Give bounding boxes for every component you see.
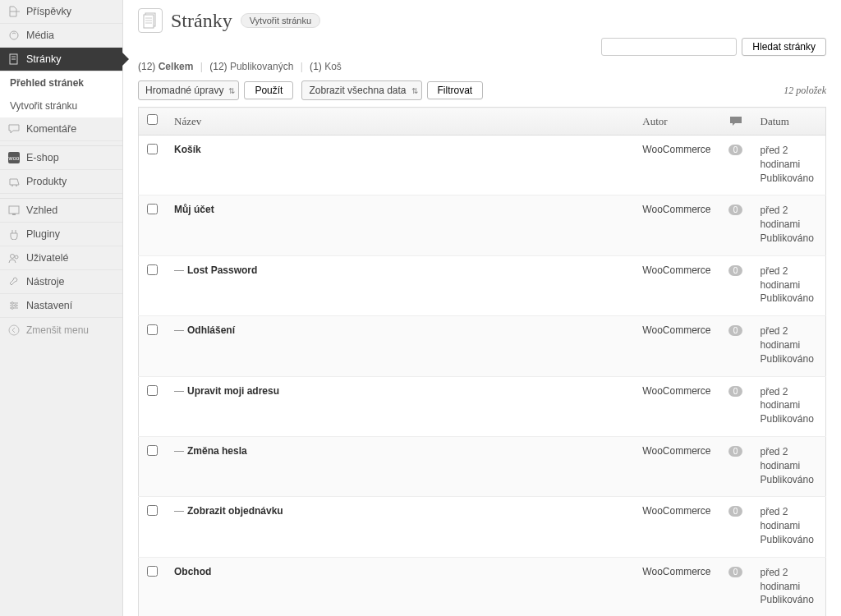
total-count: 12	[141, 61, 152, 72]
view-filters: (12) Celkem | (12) Publikovaných | (1) K…	[138, 61, 826, 72]
page-title: Stránky	[171, 10, 232, 32]
row-date: před 2 hodinamiPublikováno	[752, 195, 826, 255]
date-filter-select[interactable]: Zobrazit všechna data	[301, 80, 421, 100]
row-author[interactable]: WooCommerce	[634, 316, 719, 376]
sidebar-item-tools[interactable]: Nástroje	[0, 270, 122, 294]
row-title[interactable]: —Upravit moji adresu	[166, 376, 634, 436]
sidebar-item-appearance[interactable]: Vzhled	[0, 199, 122, 223]
row-checkbox[interactable]	[147, 324, 158, 335]
sidebar-item-eshop[interactable]: wooE-shop	[0, 146, 122, 170]
comment-count-badge[interactable]: 0	[728, 325, 743, 336]
sidebar-item-media[interactable]: Média	[0, 24, 122, 48]
sidebar-item-comments[interactable]: Komentáře	[0, 117, 122, 141]
row-author[interactable]: WooCommerce	[634, 136, 719, 195]
row-author[interactable]: WooCommerce	[634, 376, 719, 436]
search-button[interactable]: Hledat stránky	[742, 38, 826, 56]
comment-count-badge[interactable]: 0	[728, 446, 743, 457]
comment-count-badge[interactable]: 0	[728, 506, 743, 517]
sidebar-item-label: Pluginy	[26, 228, 60, 240]
row-checkbox[interactable]	[147, 505, 158, 516]
row-checkbox[interactable]	[147, 264, 158, 275]
plugins-icon	[7, 228, 21, 240]
users-icon	[7, 252, 21, 264]
apply-button[interactable]: Použít	[244, 81, 293, 99]
row-title[interactable]: Můj účet	[166, 195, 634, 255]
table-row: —Změna heslaWooCommerce0před 2 hodinamiP…	[139, 436, 826, 496]
tools-icon	[7, 276, 21, 287]
comments-icon	[7, 123, 21, 135]
row-checkbox[interactable]	[147, 204, 158, 214]
bulk-actions-select[interactable]: Hromadné úpravy	[138, 80, 239, 100]
sidebar-item-plugins[interactable]: Pluginy	[0, 223, 122, 246]
sidebar-item-pages[interactable]: Stránky	[0, 48, 122, 71]
sidebar-subitem[interactable]: Přehled stránek	[0, 71, 122, 94]
row-checkbox[interactable]	[147, 144, 158, 154]
sidebar-item-settings[interactable]: Nastavení	[0, 294, 122, 318]
select-all-checkbox[interactable]	[147, 114, 158, 125]
comment-count-badge[interactable]: 0	[728, 265, 743, 276]
filter-button[interactable]: Filtrovat	[427, 81, 484, 99]
svg-point-18	[9, 325, 19, 335]
row-date: před 2 hodinamiPublikováno	[752, 436, 826, 496]
filter-trash[interactable]: Koš	[324, 61, 342, 72]
row-title[interactable]: Obchod	[166, 557, 634, 616]
comment-count-badge[interactable]: 0	[728, 386, 743, 397]
table-row: ObchodWooCommerce0před 2 hodinamiPubliko…	[139, 557, 826, 616]
svg-point-15	[11, 302, 14, 305]
col-name[interactable]: Název	[166, 108, 634, 136]
row-title[interactable]: —Zobrazit objednávku	[166, 497, 634, 557]
comment-count-badge[interactable]: 0	[728, 205, 743, 215]
row-title[interactable]: —Změna hesla	[166, 436, 634, 496]
media-icon	[7, 30, 21, 41]
sidebar-item-posts[interactable]: Příspěvky	[0, 0, 122, 24]
row-author[interactable]: WooCommerce	[634, 557, 719, 616]
sidebar-item-label: E-shop	[26, 152, 59, 163]
row-author[interactable]: WooCommerce	[634, 497, 719, 557]
products-icon	[7, 176, 21, 187]
row-date: před 2 hodinamiPublikováno	[752, 497, 826, 557]
table-row: —Upravit moji adresuWooCommerce0před 2 h…	[139, 376, 826, 436]
collapse-menu[interactable]: Zmenšit menu	[0, 318, 122, 342]
table-row: —Lost PasswordWooCommerce0před 2 hodinam…	[139, 255, 826, 315]
main-content: Stránky Vytvořit stránku Hledat stránky …	[123, 0, 841, 616]
comment-count-badge[interactable]: 0	[728, 567, 743, 577]
create-page-button[interactable]: Vytvořit stránku	[241, 13, 320, 28]
svg-point-17	[11, 307, 14, 310]
sidebar-item-label: Uživatelé	[26, 252, 68, 264]
table-row: KošíkWooCommerce0před 2 hodinamiPublikov…	[139, 136, 826, 195]
comment-count-badge[interactable]: 0	[728, 145, 743, 155]
svg-text:woo: woo	[8, 155, 20, 161]
svg-point-16	[15, 305, 17, 307]
search-input[interactable]	[601, 38, 737, 56]
sidebar-subitem[interactable]: Vytvořit stránku	[0, 94, 122, 117]
col-date[interactable]: Datum	[752, 108, 826, 136]
row-author[interactable]: WooCommerce	[634, 436, 719, 496]
collapse-label: Zmenšit menu	[26, 324, 89, 336]
row-checkbox[interactable]	[147, 566, 158, 577]
trash-count: 1	[313, 61, 319, 72]
sidebar-item-label: Média	[26, 30, 54, 41]
filter-all[interactable]: Celkem	[159, 61, 194, 72]
pages-icon	[138, 8, 163, 33]
svg-point-11	[15, 255, 18, 259]
col-author[interactable]: Autor	[634, 108, 719, 136]
row-title[interactable]: —Odhlášení	[166, 316, 634, 376]
svg-point-7	[16, 185, 17, 186]
row-title[interactable]: Košík	[166, 136, 634, 195]
svg-rect-20	[144, 15, 154, 28]
sidebar-item-label: Vzhled	[26, 205, 57, 216]
sidebar-item-users[interactable]: Uživatelé	[0, 246, 122, 270]
row-title[interactable]: —Lost Password	[166, 255, 634, 315]
svg-point-10	[11, 255, 15, 259]
row-date: před 2 hodinamiPublikováno	[752, 255, 826, 315]
row-checkbox[interactable]	[147, 445, 158, 456]
sidebar-item-label: Nastavení	[26, 300, 72, 311]
row-author[interactable]: WooCommerce	[634, 195, 719, 255]
col-comments[interactable]	[719, 108, 752, 136]
filter-published[interactable]: Publikovaných	[230, 61, 293, 72]
row-checkbox[interactable]	[147, 385, 158, 396]
row-author[interactable]: WooCommerce	[634, 255, 719, 315]
eshop-icon: woo	[7, 152, 21, 163]
sidebar-item-products[interactable]: Produkty	[0, 170, 122, 194]
pages-table: Název Autor Datum KošíkWooCommerce0před …	[138, 107, 826, 616]
